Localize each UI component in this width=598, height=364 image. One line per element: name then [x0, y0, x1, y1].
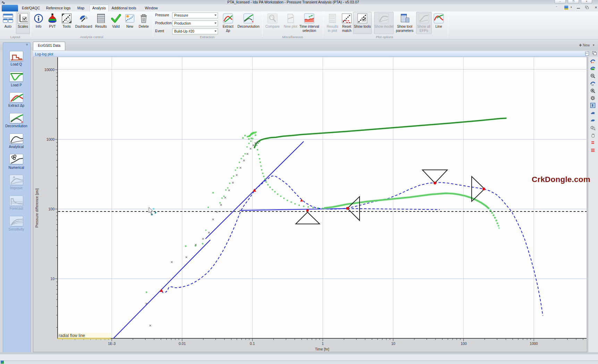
svg-text:12: 12	[591, 84, 594, 86]
